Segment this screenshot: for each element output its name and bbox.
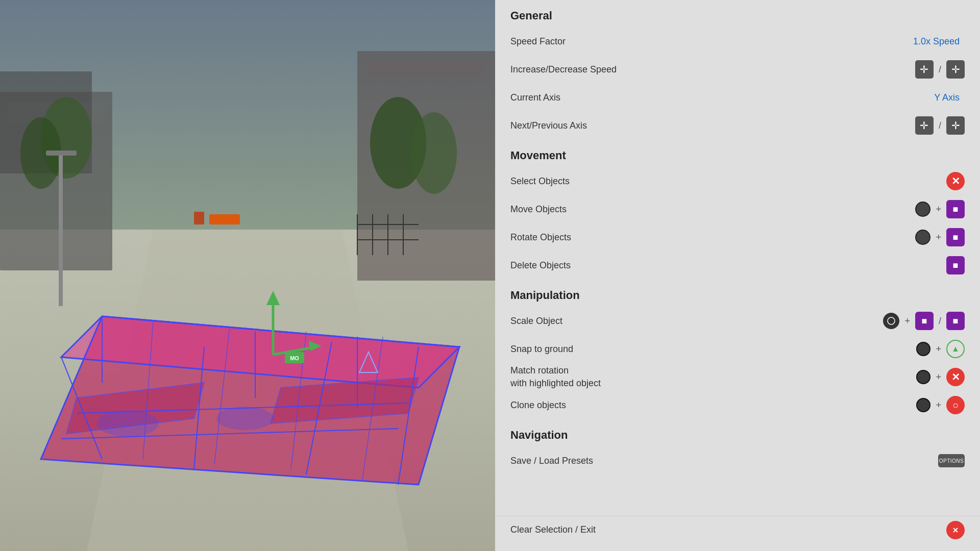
scroll-down-icon: ⌄ [733, 548, 742, 551]
current-axis-label: Current Axis [510, 92, 934, 103]
move-objects-controls: + ■ [915, 200, 965, 218]
square-button-icon: ■ [946, 200, 965, 218]
svg-rect-11 [368, 61, 485, 77]
clone-objects-controls: + ○ [916, 396, 965, 414]
clear-selection-row: Clear Selection / Exit [495, 516, 980, 544]
svg-point-33 [97, 411, 158, 436]
match-rotation-controls: + ✕ [916, 368, 965, 386]
spacer [495, 475, 980, 516]
snap-to-ground-label: Snap to ground [510, 344, 916, 355]
svg-rect-42 [59, 153, 63, 306]
analog-snap-icon [916, 342, 930, 356]
manipulation-section-header: Manipulation [495, 280, 980, 307]
next-prev-axis-label: Next/Previous Axis [510, 120, 915, 131]
scale-object-label: Scale Object [510, 316, 883, 327]
snap-to-ground-controls: + ▲ [916, 340, 965, 358]
rotate-objects-row: Rotate Objects + ■ [495, 223, 980, 252]
svg-text:MO: MO [290, 355, 299, 361]
ps-button-icon [883, 313, 899, 329]
dpad-right-icon: ✛ [946, 60, 965, 79]
select-objects-label: Select Objects [510, 176, 946, 187]
svg-point-13 [411, 112, 457, 194]
select-objects-controls: ✕ [946, 172, 965, 190]
plus-2: + [936, 232, 941, 243]
square-button-delete-icon: ■ [946, 256, 965, 274]
rotate-objects-label: Rotate Objects [510, 232, 915, 243]
plus-1: + [936, 204, 941, 215]
clear-selection-controls [946, 521, 965, 539]
select-objects-row: Select Objects ✕ [495, 167, 980, 195]
options-button-icon: OPTIONS [938, 454, 965, 467]
increase-decrease-speed-row: Increase/Decrease Speed ✛ / ✛ [495, 56, 980, 84]
svg-point-34 [217, 407, 273, 430]
red-circle-icon [946, 521, 965, 539]
plus-5: + [936, 372, 941, 383]
triangle-button-icon: ▲ [946, 340, 965, 358]
left-analog-icon [915, 202, 930, 217]
clone-objects-label: Clone objects [510, 400, 916, 411]
snap-to-ground-row: Snap to ground + ▲ [495, 335, 980, 363]
delete-objects-label: Delete Objects [510, 260, 946, 271]
match-rotation-row: Match rotationwith highlighted object + … [495, 363, 980, 391]
analog-clone-icon [916, 398, 930, 412]
svg-point-50 [888, 317, 895, 324]
plus-4: + [936, 344, 941, 355]
square-scale-icon: ■ [915, 312, 934, 330]
speed-factor-row: Speed Factor 1.0x Speed [495, 28, 980, 56]
square-scale-icon-2: ■ [946, 312, 965, 330]
scene-overlay: MO [0, 0, 495, 551]
save-load-presets-label: Save / Load Presets [510, 456, 938, 466]
increase-decrease-speed-label: Increase/Decrease Speed [510, 64, 915, 75]
delete-objects-row: Delete Objects ■ [495, 252, 980, 280]
current-axis-value: Y Axis [934, 92, 960, 103]
match-rotation-label: Match rotationwith highlighted object [510, 364, 916, 390]
speed-factor-label: Speed Factor [510, 36, 913, 47]
scale-object-row: Scale Object + ■ / ■ [495, 307, 980, 335]
delete-objects-controls: ■ [946, 256, 965, 274]
save-load-presets-controls: OPTIONS [938, 454, 965, 467]
save-load-presets-row: Save / Load Presets OPTIONS [495, 447, 980, 475]
scroll-indicator: ⌄ [495, 544, 980, 551]
movement-section-header: Movement [495, 140, 980, 167]
circle-button-icon: ○ [946, 396, 965, 414]
increase-decrease-speed-controls: ✛ / ✛ [915, 60, 965, 79]
current-axis-row: Current Axis Y Axis [495, 84, 980, 112]
analog-icon-rotate [915, 230, 930, 245]
slash-3: / [939, 316, 941, 327]
plus-6: + [936, 400, 941, 411]
x-button-icon: ✕ [946, 172, 965, 190]
clone-objects-row: Clone objects + ○ [495, 391, 980, 419]
dpad-up-icon: ✛ [915, 116, 934, 135]
dpad-left-icon: ✛ [915, 60, 934, 79]
svg-rect-9 [194, 212, 204, 224]
navigation-section-header: Navigation [495, 419, 980, 447]
viewport: MO [0, 0, 495, 551]
next-prev-axis-row: Next/Previous Axis ✛ / ✛ [495, 112, 980, 140]
plus-3: + [904, 316, 910, 327]
rotate-objects-controls: + ■ [915, 228, 965, 246]
square-button-icon-2: ■ [946, 228, 965, 246]
clear-selection-label: Clear Selection / Exit [510, 524, 946, 535]
speed-factor-value: 1.0x Speed [913, 36, 960, 47]
move-objects-row: Move Objects + ■ [495, 195, 980, 223]
general-section-header: General [495, 0, 980, 28]
svg-rect-8 [209, 214, 240, 224]
slash-2: / [939, 120, 941, 131]
next-prev-axis-controls: ✛ / ✛ [915, 116, 965, 135]
analog-match-icon [916, 370, 930, 384]
scale-object-controls: + ■ / ■ [883, 312, 965, 330]
move-objects-label: Move Objects [510, 204, 915, 215]
slash-1: / [939, 64, 941, 75]
settings-panel: General Speed Factor 1.0x Speed Increase… [495, 0, 980, 551]
svg-rect-43 [46, 151, 77, 156]
dpad-down-icon: ✛ [946, 116, 965, 135]
x-button-match-icon: ✕ [946, 368, 965, 386]
